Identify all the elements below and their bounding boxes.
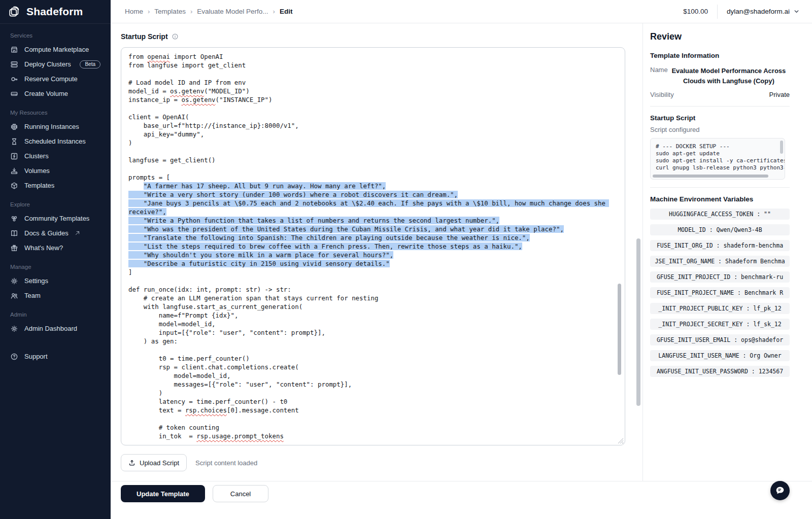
section-label-my-resources: My Resources <box>10 110 100 116</box>
update-template-button[interactable]: Update Template <box>121 485 205 502</box>
upload-button-label: Upload Script <box>140 459 179 467</box>
sidebar-item-label: Running Instances <box>24 123 79 130</box>
volume-download-icon <box>10 167 18 175</box>
sidebar-item-label: Create Volume <box>24 90 68 97</box>
sidebar-item-whats-new[interactable]: What's New? <box>0 240 111 255</box>
sidebar-item-reserve-compute[interactable]: Reserve Compute <box>0 72 111 86</box>
sidebar-item-label: Docs & Guides <box>24 229 69 237</box>
info-icon[interactable] <box>172 33 179 40</box>
env-var-row: GFUSE_INIT_USER_EMAIL : ops@shadefor <box>650 334 790 345</box>
sidebar-item-scheduled-instances[interactable]: Scheduled Instances <box>0 134 111 149</box>
server-stack-icon <box>10 60 18 68</box>
section-label-services: Services <box>10 32 100 39</box>
main-scrollbar[interactable] <box>636 238 640 406</box>
visibility-label: Visibility <box>650 91 674 98</box>
sidebar-item-settings[interactable]: Settings <box>0 273 111 288</box>
sidebar-item-label: Templates <box>24 182 54 189</box>
preview-vertical-scrollbar[interactable] <box>780 141 783 154</box>
env-var-row: FUSE_INIT_PROJECT_NAME : Benchmark R <box>650 287 790 298</box>
startup-script-label: Startup Script <box>121 32 168 41</box>
review-panel: Review Template Information Name Evaluat… <box>643 23 812 481</box>
gear-icon <box>10 277 18 285</box>
sidebar-item-label: Volumes <box>24 167 50 175</box>
startup-script-editor[interactable]: from openai import OpenAI from langfuse … <box>121 47 625 445</box>
code-selected-text: "A farmer has 17 sheep. All but 9 run aw… <box>128 182 609 267</box>
sidebar-item-create-volume[interactable]: Create Volume <box>0 86 111 101</box>
cpu-chip-icon <box>10 123 18 131</box>
startup-script-heading: Startup Script <box>650 114 790 122</box>
divider <box>650 106 790 107</box>
breadcrumb: Home › Templates › Evaluate Model Perfo.… <box>125 8 292 15</box>
sidebar-item-label: Community Templates <box>24 215 89 222</box>
visibility-value: Private <box>769 91 790 98</box>
upload-script-button[interactable]: Upload Script <box>121 454 187 471</box>
sidebar-item-support[interactable]: Support <box>0 349 111 364</box>
editor-resize-handle[interactable] <box>618 438 623 443</box>
account-menu[interactable]: dylan@shadeform.ai <box>727 8 800 15</box>
sidebar-item-clusters[interactable]: Clusters <box>0 149 111 163</box>
breadcrumb-home[interactable]: Home <box>125 8 143 15</box>
help-icon <box>10 353 18 361</box>
breadcrumb-template-name[interactable]: Evaluate Model Perfo... <box>197 8 268 15</box>
sidebar-item-docs-guides[interactable]: Docs & Guides <box>0 226 111 240</box>
cube-icon <box>10 182 18 190</box>
sidebar-item-label: Team <box>24 292 41 299</box>
breadcrumb-current: Edit <box>280 8 293 15</box>
sidebar-item-deploy-clusters[interactable]: Deploy Clusters Beta <box>0 57 111 72</box>
hard-drive-icon <box>10 90 18 98</box>
template-info-heading: Template Information <box>650 52 790 59</box>
sidebar-item-volumes[interactable]: Volumes <box>0 163 111 178</box>
sidebar-item-label: Deploy Clusters <box>24 60 71 68</box>
logo[interactable]: Shadeform <box>0 0 111 24</box>
beta-badge: Beta <box>80 60 100 68</box>
sidebar-item-label: Compute Marketplace <box>24 46 89 53</box>
script-preview-line: curl gnupg lsb-release python3 python3- <box>656 164 777 171</box>
divider <box>650 187 790 188</box>
env-var-row: ANGFUSE_INIT_USER_PASSWORD : 1234567 <box>650 366 790 377</box>
sidebar: Shadeform Services Compute Marketplace D… <box>0 0 111 519</box>
breadcrumb-separator: › <box>190 8 192 15</box>
sidebar-item-admin-dashboard[interactable]: Admin Dashboard <box>0 321 111 336</box>
breadcrumb-separator: › <box>148 8 150 15</box>
sidebar-item-label: Clusters <box>24 152 49 160</box>
script-preview-box[interactable]: # --- DOCKER SETUP --- sudo apt-get upda… <box>650 138 785 180</box>
script-preview-line: sudo apt-get install -y ca-certificates <box>656 157 777 164</box>
sidebar-item-community-templates[interactable]: Community Templates <box>0 211 111 226</box>
env-vars-heading: Machine Environment Variables <box>650 195 790 203</box>
account-email: dylan@shadeform.ai <box>727 8 790 15</box>
topbar: Home › Templates › Evaluate Model Perfo.… <box>111 0 812 23</box>
clusters-icon <box>10 152 18 160</box>
sidebar-item-compute-marketplace[interactable]: Compute Marketplace <box>0 42 111 57</box>
chat-widget-button[interactable] <box>770 481 790 500</box>
breadcrumb-separator: › <box>273 8 275 15</box>
env-var-row: _INIT_PROJECT_PUBLIC_KEY : lf_pk_12 <box>650 303 790 314</box>
upload-status-text: Script content loaded <box>195 459 257 467</box>
topbar-divider <box>717 5 718 19</box>
script-preview-line: sudo apt-get update <box>656 150 777 157</box>
chevron-down-icon <box>793 8 800 15</box>
community-icon <box>10 215 18 223</box>
hourglass-icon <box>10 137 18 146</box>
sidebar-item-label: Support <box>24 353 48 360</box>
env-var-row: JSE_INIT_ORG_NAME : Shadeform Benchma <box>650 256 790 267</box>
code-after-selection: ] def run_once(idx: int, prompt: str) ->… <box>128 268 378 440</box>
storefront-icon <box>10 46 18 54</box>
section-label-admin: Admin <box>10 312 100 318</box>
sidebar-item-team[interactable]: Team <box>0 288 111 303</box>
sidebar-item-running-instances[interactable]: Running Instances <box>0 119 111 134</box>
breadcrumb-templates[interactable]: Templates <box>154 8 186 15</box>
editor-scrollbar[interactable] <box>618 284 621 375</box>
script-preview-line: # --- DOCKER SETUP --- <box>656 143 777 150</box>
external-link-icon <box>75 230 80 236</box>
preview-horizontal-scrollbar[interactable] <box>653 175 768 178</box>
team-icon <box>10 292 18 300</box>
sidebar-item-label: What's New? <box>24 244 63 252</box>
env-var-row: LANGFUSE_INIT_USER_NAME : Org Owner <box>650 350 790 361</box>
main-content: Startup Script from openai import OpenAI… <box>111 23 643 481</box>
env-var-row: HUGGINGFACE_ACCESS_TOKEN : "" <box>650 209 790 220</box>
sidebar-item-templates[interactable]: Templates <box>0 178 111 193</box>
cancel-button[interactable]: Cancel <box>213 485 268 502</box>
reserve-key-icon <box>10 75 18 83</box>
shadeform-logo-icon <box>8 5 21 18</box>
env-var-row: _INIT_PROJECT_SECRET_KEY : lf_sk_12 <box>650 319 790 330</box>
